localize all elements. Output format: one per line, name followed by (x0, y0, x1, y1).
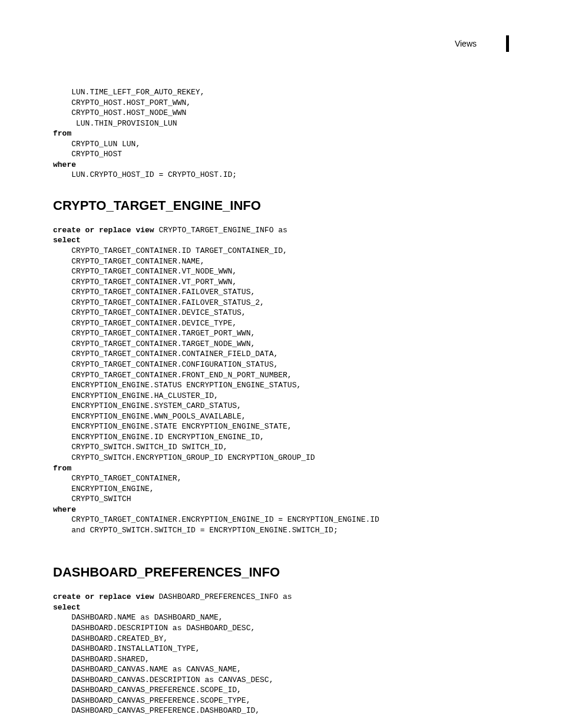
code-block-3: create or replace view DASHBOARD_PREFERE… (53, 592, 509, 716)
section-title-crypto-target: CRYPTO_TARGET_ENGINE_INFO (53, 198, 509, 213)
section-title-dashboard-pref: DASHBOARD_PREFERENCES_INFO (53, 565, 509, 580)
header-bar-icon (506, 35, 509, 52)
header-label: Views (455, 39, 477, 48)
page-header: Views (53, 35, 509, 52)
code-block-1: LUN.TIME_LEFT_FOR_AUTO_REKEY, CRYPTO_HOS… (53, 87, 509, 180)
code-block-2: create or replace view CRYPTO_TARGET_ENG… (53, 225, 509, 535)
